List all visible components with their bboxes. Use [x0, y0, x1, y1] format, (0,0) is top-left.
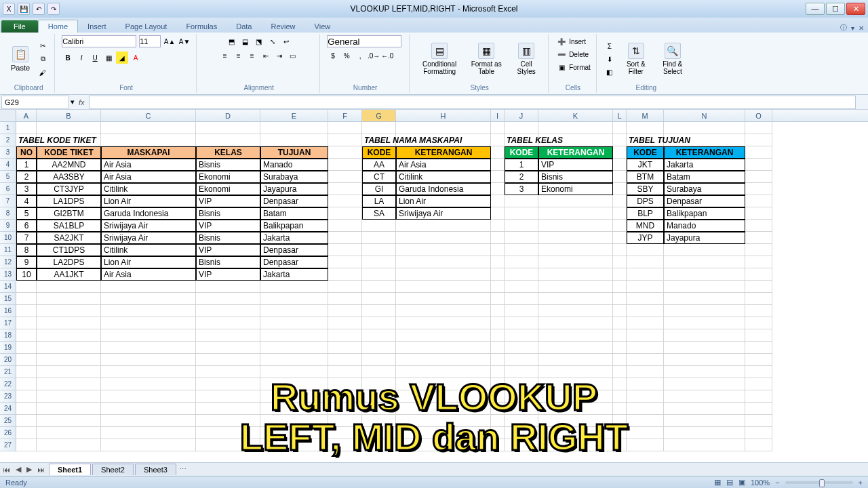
cell[interactable]: KELAS: [196, 146, 260, 159]
row-header[interactable]: 23: [0, 390, 16, 403]
cell[interactable]: [37, 390, 101, 403]
cell[interactable]: [745, 268, 772, 281]
cell[interactable]: [664, 281, 745, 293]
row-header[interactable]: 26: [0, 427, 16, 439]
cell[interactable]: [745, 232, 772, 244]
sheet-tab-2[interactable]: Sheet2: [92, 464, 134, 475]
increase-font-icon[interactable]: A▲: [163, 35, 176, 47]
cell[interactable]: [505, 366, 538, 378]
cell[interactable]: [328, 329, 362, 342]
cell[interactable]: [260, 427, 328, 439]
view-break-icon[interactable]: ▣: [738, 478, 745, 487]
col-header[interactable]: K: [538, 110, 613, 121]
cell[interactable]: [505, 378, 538, 390]
col-header[interactable]: F: [328, 110, 362, 121]
cell[interactable]: [505, 256, 538, 268]
cell[interactable]: [664, 403, 745, 415]
cell[interactable]: VIP: [196, 195, 260, 207]
font-color-icon[interactable]: A: [130, 52, 142, 64]
cell[interactable]: [101, 354, 196, 366]
cell[interactable]: [101, 378, 196, 390]
name-box[interactable]: G29: [1, 96, 69, 109]
cell[interactable]: AA1JKT: [37, 268, 101, 281]
cell[interactable]: [505, 390, 538, 403]
cell[interactable]: [538, 268, 613, 281]
cell[interactable]: [260, 329, 328, 342]
cell[interactable]: TABEL KELAS: [505, 134, 538, 146]
cell[interactable]: [37, 366, 101, 378]
cell[interactable]: [745, 281, 772, 293]
cell[interactable]: [396, 268, 491, 281]
cell[interactable]: [396, 134, 491, 146]
cell[interactable]: VIP: [196, 268, 260, 281]
cell[interactable]: [745, 244, 772, 256]
cell[interactable]: [396, 378, 491, 390]
cell[interactable]: [362, 122, 396, 134]
cell[interactable]: [16, 378, 37, 390]
cell[interactable]: [745, 293, 772, 305]
cell[interactable]: 3: [16, 183, 37, 195]
cell[interactable]: [538, 305, 613, 317]
cell[interactable]: [491, 378, 505, 390]
wrap-text-icon[interactable]: ↩: [280, 35, 292, 47]
cell[interactable]: Balikpapan: [260, 220, 328, 232]
cell[interactable]: [538, 207, 613, 220]
cell[interactable]: 1: [505, 159, 538, 171]
cell[interactable]: [664, 378, 745, 390]
cell[interactable]: KODE: [505, 146, 538, 159]
cell[interactable]: [37, 122, 101, 134]
cell[interactable]: [328, 244, 362, 256]
sheet-nav-first-icon[interactable]: ⏮: [0, 466, 13, 474]
cell[interactable]: [538, 427, 613, 439]
cell[interactable]: [627, 390, 664, 403]
cell[interactable]: Sriwijaya Air: [396, 207, 491, 220]
cell[interactable]: [396, 342, 491, 354]
cell[interactable]: Jayapura: [664, 232, 745, 244]
cell[interactable]: [260, 281, 328, 293]
cell[interactable]: [491, 232, 505, 244]
cell[interactable]: [613, 415, 627, 427]
cell[interactable]: [362, 378, 396, 390]
cell[interactable]: Surabaya: [664, 183, 745, 195]
cell[interactable]: [328, 183, 362, 195]
fx-icon[interactable]: fx: [79, 98, 85, 106]
cell[interactable]: [196, 293, 260, 305]
col-header[interactable]: C: [101, 110, 196, 121]
indent-inc-icon[interactable]: ⇥: [273, 49, 285, 62]
cell[interactable]: Bisnis: [196, 232, 260, 244]
cell[interactable]: Batam: [664, 171, 745, 183]
zoom-level[interactable]: 100%: [751, 479, 770, 487]
cell[interactable]: 5: [16, 207, 37, 220]
cell[interactable]: [505, 268, 538, 281]
cell[interactable]: TABEL KODE TIKET: [16, 134, 37, 146]
cell[interactable]: [362, 305, 396, 317]
sheet-nav-last-icon[interactable]: ⏭: [35, 466, 47, 474]
cell[interactable]: [328, 415, 362, 427]
formula-bar[interactable]: [89, 96, 856, 109]
cell[interactable]: [627, 439, 664, 451]
cell[interactable]: Jakarta: [664, 159, 745, 171]
align-top-icon[interactable]: ⬒: [226, 35, 238, 47]
cell[interactable]: [396, 293, 491, 305]
copy-icon[interactable]: ⧉: [37, 53, 49, 65]
cell[interactable]: [16, 317, 37, 329]
cell[interactable]: [491, 268, 505, 281]
cell[interactable]: [37, 354, 101, 366]
cell[interactable]: [491, 293, 505, 305]
cell[interactable]: [260, 317, 328, 329]
cell[interactable]: Sriwijaya Air: [101, 232, 196, 244]
view-layout-icon[interactable]: ▤: [726, 478, 733, 487]
cell[interactable]: VIP: [538, 159, 613, 171]
cell[interactable]: MND: [627, 220, 664, 232]
comma-icon[interactable]: ,: [354, 49, 366, 62]
cell[interactable]: [328, 390, 362, 403]
tab-home[interactable]: Home: [38, 20, 78, 33]
cell[interactable]: [362, 317, 396, 329]
cell[interactable]: TABEL NAMA MASKAPAI: [362, 134, 396, 146]
cell[interactable]: [260, 378, 328, 390]
cell[interactable]: [260, 293, 328, 305]
cell[interactable]: SBY: [627, 183, 664, 195]
cell[interactable]: [505, 403, 538, 415]
cell[interactable]: 2: [16, 171, 37, 183]
cell[interactable]: 4: [16, 195, 37, 207]
